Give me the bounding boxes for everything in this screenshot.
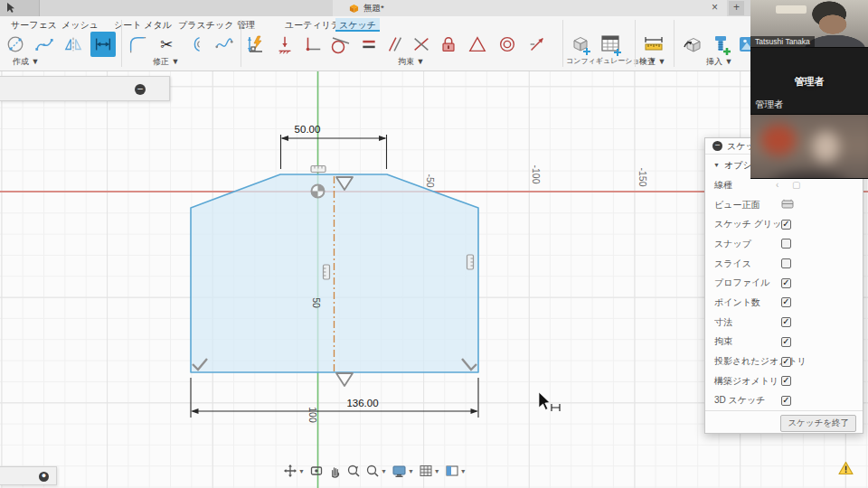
lock-icon (439, 34, 458, 54)
tab-surface[interactable]: サーフェス (7, 18, 61, 32)
measure-icon (642, 33, 665, 56)
configure-button[interactable] (569, 33, 592, 56)
group-label-insert[interactable]: 挿入 ▼ (706, 56, 732, 68)
tangent-constraint-button[interactable] (328, 33, 352, 56)
triangle-marker-bottom[interactable] (336, 373, 353, 386)
fillet-tool-button[interactable] (126, 33, 149, 56)
mirror-tool-button[interactable] (61, 33, 85, 56)
sketch-grid-checkbox[interactable] (781, 220, 791, 230)
slice-checkbox[interactable] (781, 258, 791, 268)
document-cube-icon (349, 4, 359, 14)
configuration-box-icon (569, 33, 592, 56)
look-at-icon (309, 464, 324, 478)
measure-button[interactable] (642, 33, 665, 56)
palette-row-snap: スナップ (705, 234, 863, 254)
insert-canvas-button[interactable] (681, 33, 704, 56)
sketch-dimension-tool-button-active[interactable] (90, 32, 116, 57)
points-checkbox[interactable] (781, 297, 791, 307)
group-label-create[interactable]: 作成 ▼ (13, 56, 39, 68)
configuration-table-button[interactable] (599, 33, 623, 56)
dropdown-caret: ▼ (408, 468, 414, 474)
collapse-toggle-icon[interactable]: – (135, 84, 146, 95)
participant-video-3[interactable] (750, 115, 868, 179)
projected-geometry-checkbox[interactable] (781, 357, 791, 367)
dimension-bottom[interactable]: 136.00 (191, 378, 478, 418)
group-label-inspect[interactable]: 検査 ▼ (639, 56, 665, 68)
palette-collapse-icon[interactable]: – (712, 141, 722, 151)
perpendicular-constraint-button[interactable] (410, 33, 433, 56)
dimensions-checkbox[interactable] (781, 317, 791, 327)
display-settings-button[interactable]: ▼ (391, 463, 415, 479)
insert-fastener-button[interactable] (709, 33, 732, 56)
equal-constraint-button[interactable] (357, 33, 381, 56)
look-at-plane-icon[interactable] (781, 199, 794, 211)
panel-toggle-tab[interactable] (0, 0, 40, 16)
tab-plastic[interactable]: プラスチック (175, 18, 237, 32)
mouse-cursor (539, 392, 560, 411)
symmetry-constraint-button[interactable] (466, 33, 489, 56)
group-label-constraints[interactable]: 拘束 ▼ (398, 56, 424, 68)
viewports-button[interactable]: ▼ (444, 463, 467, 479)
document-tab[interactable]: 無題* × (333, 0, 727, 16)
offset-icon (185, 34, 205, 54)
collapse-toggle-icon[interactable]: ● (39, 472, 49, 482)
ruler-glyph-right[interactable] (467, 255, 474, 269)
concentric-constraint-button[interactable] (495, 33, 519, 56)
close-tab-icon[interactable]: × (712, 1, 718, 14)
participant-name-tag: 管理者 (750, 98, 788, 112)
midpoint-constraint-button[interactable] (525, 33, 549, 56)
look-at-button[interactable] (308, 463, 325, 479)
3d-sketch-checkbox[interactable] (781, 396, 791, 406)
construction-geometry-checkbox[interactable] (781, 376, 791, 386)
document-title: 無題* (363, 3, 384, 14)
finish-sketch-button[interactable]: スケッチを終了 (780, 415, 856, 432)
tangent-icon (329, 33, 351, 55)
new-tab-button[interactable]: + (729, 1, 744, 15)
configuration-table-icon (599, 33, 623, 56)
group-label-modify[interactable]: 修正 ▼ (153, 56, 179, 68)
orbit-button[interactable]: ▼ (282, 463, 306, 479)
mirror-icon (63, 34, 83, 54)
tab-sketch[interactable]: スケッチ (335, 18, 380, 32)
horizontal-vertical-constraint-button[interactable] (301, 33, 325, 56)
fit-curve-tool-button[interactable] (212, 33, 236, 56)
row-label: 投影されたジオメトリ (714, 355, 807, 368)
snap-checkbox[interactable] (781, 239, 791, 249)
palette-row-constraints: 拘束 (705, 333, 863, 352)
sketch-palette-panel: – スケッチ パレ ▼ オプション 線種 ‹ ▢ ビュー正面 スケッチ グリッド… (704, 137, 863, 434)
timeline-panel-collapsed[interactable]: ● (0, 466, 57, 485)
spline-tool-button[interactable] (33, 33, 56, 56)
dimension-top[interactable]: 50.00 (281, 124, 387, 169)
linetype-controls[interactable]: ‹ ▢ (776, 180, 807, 190)
pan-button[interactable] (327, 464, 343, 479)
grid-settings-button[interactable]: ▼ (418, 463, 441, 479)
participant-video-1[interactable]: Tatsushi Tanaka (750, 0, 868, 48)
zoom-button[interactable] (345, 463, 362, 479)
warning-badge[interactable] (838, 461, 854, 479)
toolbar-separator (121, 20, 122, 67)
ruler-glyph-middle[interactable] (324, 265, 330, 279)
ruler-glyph-top[interactable] (311, 166, 326, 173)
tab-manage[interactable]: 管理 (233, 18, 259, 32)
dimension-bottom-value[interactable]: 136.00 (346, 398, 378, 408)
dimension-top-value[interactable]: 50.00 (295, 124, 321, 135)
driven-dimension-button[interactable] (244, 33, 268, 56)
constraints-checkbox[interactable] (781, 337, 791, 347)
fix-constraint-button[interactable] (273, 33, 297, 56)
lock-constraint-button[interactable] (437, 33, 460, 56)
trim-tool-button[interactable]: ✂ (155, 33, 178, 56)
parallel-constraint-button[interactable] (383, 33, 407, 56)
parallel-icon (385, 34, 405, 54)
browser-panel-collapsed[interactable]: – (0, 76, 170, 101)
y-tick-100: 100 (307, 407, 318, 423)
offset-tool-button[interactable] (184, 33, 207, 56)
tab-sheetmetal[interactable]: シート メタル (110, 18, 175, 32)
participant-video-2[interactable]: 管理者 管理者 (750, 48, 868, 115)
zoom-window-button[interactable]: ▼ (364, 463, 388, 479)
palette-footer: スケッチを終了 (705, 410, 863, 433)
insert-canvas-icon (681, 33, 704, 56)
profile-checkbox[interactable] (781, 278, 791, 288)
horizontal-vertical-icon (303, 34, 323, 54)
tab-mesh[interactable]: メッシュ (58, 18, 102, 32)
circle-tool-button[interactable] (4, 33, 27, 56)
